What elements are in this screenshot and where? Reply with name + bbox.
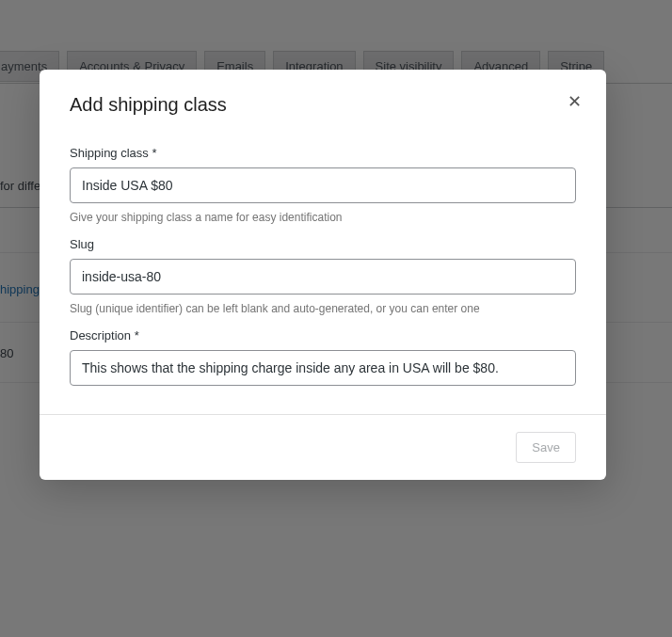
- slug-input[interactable]: [70, 259, 576, 295]
- close-button[interactable]: ✕: [563, 90, 585, 113]
- shipping-class-label: Shipping class *: [70, 146, 576, 160]
- shipping-class-input[interactable]: [70, 167, 576, 203]
- modal-title: Add shipping class: [70, 94, 576, 116]
- field-group-description: Description *: [70, 328, 576, 386]
- modal-footer: Save: [40, 414, 606, 480]
- description-label: Description *: [70, 328, 576, 342]
- save-button[interactable]: Save: [516, 432, 576, 463]
- add-shipping-class-modal: Add shipping class ✕ Shipping class * Gi…: [40, 70, 606, 480]
- slug-helper: Slug (unique identifier) can be left bla…: [70, 302, 576, 315]
- description-input[interactable]: [70, 350, 576, 386]
- shipping-class-helper: Give your shipping class a name for easy…: [70, 211, 576, 224]
- close-icon: ✕: [568, 91, 582, 112]
- field-group-shipping-class: Shipping class * Give your shipping clas…: [70, 146, 576, 224]
- modal-header: Add shipping class ✕: [40, 70, 606, 123]
- field-group-slug: Slug Slug (unique identifier) can be lef…: [70, 237, 576, 315]
- slug-label: Slug: [70, 237, 576, 251]
- modal-body: Shipping class * Give your shipping clas…: [40, 123, 606, 414]
